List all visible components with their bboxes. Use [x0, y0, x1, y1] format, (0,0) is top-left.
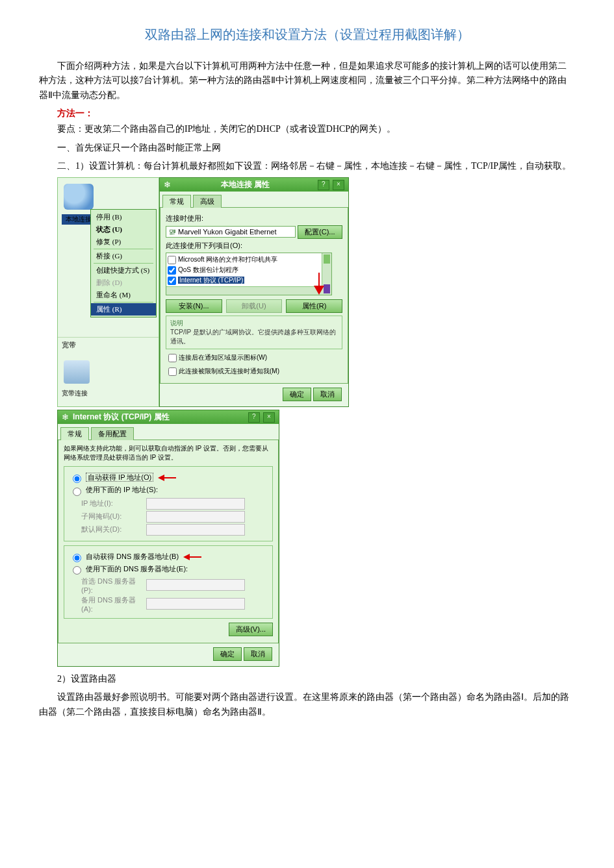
subnet-mask-label: 子网掩码(U):	[81, 512, 146, 521]
dns2-field	[146, 598, 245, 610]
step-2b: 2）设置路由器	[39, 672, 575, 686]
advanced-button[interactable]: 高级(V)...	[229, 623, 273, 636]
properties-button[interactable]: 属性(R)	[286, 299, 342, 313]
ctx-disable[interactable]: 停用 (B)	[91, 211, 156, 223]
annotation-arrow	[190, 556, 201, 558]
page-title: 双路由器上网的连接和设置方法（设置过程用截图详解）	[39, 26, 575, 43]
network-places-panel: 本地连接 停用 (B) 状态 (U) 修复 (P) 桥接 (G) 创建快捷方式 …	[57, 177, 159, 407]
subnet-mask-field	[146, 511, 245, 523]
close-button[interactable]: ×	[333, 180, 344, 190]
tab-alternate[interactable]: 备用配置	[91, 427, 134, 440]
manual-dns-radio[interactable]	[73, 566, 81, 575]
method1-heading: 方法一：	[57, 108, 575, 119]
broadband-section-label: 宽带	[58, 337, 159, 353]
dns-group: 自动获得 DNS 服务器地址(B) 使用下面的 DNS 服务器地址(E): 首选…	[64, 545, 273, 619]
ctx-separator	[94, 249, 153, 249]
notify-icon-checkbox[interactable]	[168, 354, 177, 362]
help-button[interactable]: ?	[248, 412, 260, 423]
window-title: 本地连接 属性	[175, 179, 316, 190]
limited-notify-checkbox[interactable]	[168, 367, 177, 376]
local-connection-properties-window: ❄ 本地连接 属性 ? × 常规 高级 连接时使用: 🖳 Marvell Yuk…	[159, 177, 349, 407]
key-point: 要点：更改第二个路由器自己的IP地址，关闭它的DHCP（或者设置DHCP的网关）…	[39, 122, 575, 136]
tcpip-properties-window: ❄ Internet 协议 (TCP/IP) 属性 ? × 常规 备用配置 如果…	[57, 410, 279, 666]
ctx-shortcut[interactable]: 创建快捷方式 (S)	[91, 264, 156, 277]
auto-ip-radio[interactable]	[73, 475, 81, 483]
annotation-arrow	[158, 475, 164, 481]
titlebar[interactable]: ❄ 本地连接 属性 ? ×	[160, 178, 348, 192]
local-connection-icon[interactable]	[64, 184, 94, 210]
cancel-button[interactable]: 取消	[313, 388, 342, 401]
item-ms-sharing[interactable]: Microsoft 网络的文件和打印机共享	[178, 256, 277, 263]
window-title: Internet 协议 (TCP/IP) 属性	[73, 412, 247, 423]
manual-ip-radio[interactable]	[73, 488, 81, 496]
ip-address-label: IP 地址(I):	[81, 499, 146, 508]
ctx-bridge[interactable]: 桥接 (G)	[91, 250, 156, 262]
description-box: 说明 TCP/IP 是默认的广域网协议。它提供跨越多种互联网络的通讯。	[166, 316, 342, 349]
adapter-name: 🖳 Marvell Yukon Gigabit Ethernet	[166, 226, 296, 238]
dns1-field	[146, 579, 245, 591]
gateway-field	[146, 524, 245, 536]
auto-dns-radio[interactable]	[73, 554, 81, 562]
install-button[interactable]: 安装(N)...	[166, 299, 222, 313]
intro-paragraph: 下面介绍两种方法，如果是六台以下计算机可用两种方法中任意一种，但是如果追求尽可能…	[39, 59, 575, 103]
router-naming-paragraph: 设置路由器最好参照说明书。可能要对两个路由器进行设置。在这里将原来的路由器（第一…	[39, 690, 575, 719]
ok-button[interactable]: 确定	[213, 647, 242, 661]
dns1-label: 首选 DNS 服务器(P):	[81, 577, 146, 594]
ctx-separator	[94, 263, 153, 264]
configure-button[interactable]: 配置(C)...	[298, 225, 342, 239]
annotation-arrow	[183, 554, 190, 560]
snowflake-icon: ❄	[62, 412, 69, 422]
broadband-connection-label: 宽带连接	[62, 389, 88, 398]
ctx-properties[interactable]: 属性 (R)	[91, 303, 156, 316]
close-button[interactable]: ×	[263, 412, 275, 423]
notify-icon-label: 连接后在通知区域显示图标(W)	[179, 354, 267, 361]
hint-text: 如果网络支持此功能，则可以获取自动指派的 IP 设置。否则，您需要从网络系统管理…	[64, 444, 273, 462]
connect-using-label: 连接时使用:	[166, 214, 342, 223]
step-1: 一、首先保证只一个路由器时能正常上网	[39, 141, 575, 155]
item-qos[interactable]: QoS 数据包计划程序	[178, 266, 238, 273]
auto-ip-label: 自动获得 IP 地址(O)	[86, 473, 153, 482]
ctx-separator	[94, 302, 153, 303]
auto-dns-label: 自动获得 DNS 服务器地址(B)	[86, 552, 179, 560]
ip-address-field	[146, 498, 245, 510]
dns2-label: 备用 DNS 服务器(A):	[81, 595, 146, 613]
manual-dns-label: 使用下面的 DNS 服务器地址(E):	[86, 565, 188, 573]
ip-group: 自动获得 IP 地址(O) 使用下面的 IP 地址(S): IP 地址(I): …	[64, 466, 273, 541]
connection-items-list[interactable]: Microsoft 网络的文件和打印机共享 QoS 数据包计划程序 Intern…	[166, 253, 332, 295]
item-tcpip[interactable]: Internet 协议 (TCP/IP)	[178, 277, 244, 284]
ctx-rename[interactable]: 重命名 (M)	[91, 289, 156, 301]
snowflake-icon: ❄	[164, 180, 171, 190]
scrollbar-horizontal[interactable]	[166, 286, 322, 295]
ctx-status[interactable]: 状态 (U)	[91, 223, 156, 236]
help-button[interactable]: ?	[318, 180, 329, 190]
gateway-label: 默认网关(D):	[81, 525, 146, 534]
manual-ip-label: 使用下面的 IP 地址(S):	[86, 486, 158, 493]
step-2: 二、1）设置计算机：每台计算机最好都照如下设置：网络邻居－右键－属性，本地连接－…	[39, 159, 575, 173]
ctx-delete: 删除 (D)	[91, 277, 156, 289]
annotation-arrow-head	[314, 286, 324, 295]
limited-notify-label: 此连接被限制或无连接时通知我(M)	[179, 367, 279, 375]
context-menu: 停用 (B) 状态 (U) 修复 (P) 桥接 (G) 创建快捷方式 (S) 删…	[90, 209, 157, 317]
screenshot-tcpip-properties: ❄ Internet 协议 (TCP/IP) 属性 ? × 常规 备用配置 如果…	[57, 410, 278, 666]
cancel-button[interactable]: 取消	[244, 647, 272, 661]
tab-advanced[interactable]: 高级	[193, 195, 222, 208]
description-title: 说明	[170, 319, 338, 328]
ok-button[interactable]: 确定	[283, 388, 311, 401]
tab-general[interactable]: 常规	[162, 195, 191, 208]
uninstall-button: 卸载(U)	[226, 299, 283, 313]
broadband-connection-icon[interactable]	[64, 360, 90, 384]
titlebar[interactable]: ❄ Internet 协议 (TCP/IP) 属性 ? ×	[58, 410, 279, 424]
annotation-arrow	[164, 477, 176, 478]
ctx-repair[interactable]: 修复 (P)	[91, 236, 156, 248]
screenshot-local-connection: 本地连接 停用 (B) 状态 (U) 修复 (P) 桥接 (G) 创建快捷方式 …	[57, 177, 575, 407]
description-text: TCP/IP 是默认的广域网协议。它提供跨越多种互联网络的通讯。	[170, 328, 338, 346]
items-label: 此连接使用下列项目(O):	[166, 241, 342, 251]
tab-general[interactable]: 常规	[60, 427, 89, 440]
